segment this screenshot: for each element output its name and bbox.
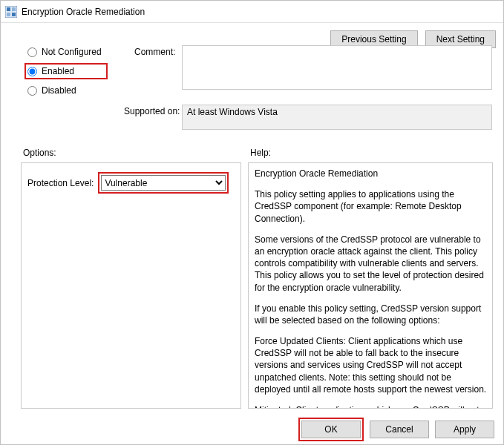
help-paragraph: If you enable this policy setting, CredS… bbox=[255, 303, 489, 326]
radio-disabled[interactable]: Disabled bbox=[27, 85, 102, 96]
options-pane: Protection Level: Vulnerable bbox=[21, 162, 241, 409]
app-icon bbox=[5, 6, 17, 18]
state-radio-group: Not Configured Enabled Disabled bbox=[27, 47, 102, 96]
protection-level-label: Protection Level: bbox=[27, 178, 94, 188]
comment-label: Comment: bbox=[134, 47, 175, 57]
supported-on-value: At least Windows Vista bbox=[182, 105, 492, 130]
svg-rect-3 bbox=[7, 13, 10, 16]
help-paragraph: Mitigated: Client applications which use… bbox=[255, 404, 489, 409]
supported-on-label: Supported on: bbox=[124, 106, 180, 116]
svg-rect-4 bbox=[12, 13, 16, 16]
help-paragraph: Force Updated Clients: Client applicatio… bbox=[255, 335, 489, 395]
protection-level-select[interactable]: Vulnerable bbox=[101, 175, 226, 191]
radio-disabled-input[interactable] bbox=[27, 86, 37, 96]
help-paragraph: This policy setting applies to applicati… bbox=[255, 188, 489, 225]
svg-rect-1 bbox=[7, 7, 10, 11]
svg-rect-2 bbox=[12, 7, 16, 11]
help-label: Help: bbox=[250, 148, 271, 158]
protection-level-row: Protection Level: Vulnerable bbox=[27, 172, 235, 194]
help-paragraph: Some versions of the CredSSP protocol ar… bbox=[255, 234, 489, 294]
radio-not-configured-input[interactable] bbox=[27, 47, 37, 57]
dialog-window: Encryption Oracle Remediation Previous S… bbox=[0, 0, 504, 445]
ok-button[interactable]: OK bbox=[301, 421, 361, 438]
highlight-ok: OK bbox=[298, 418, 364, 441]
supported-on-text: At least Windows Vista bbox=[187, 107, 278, 117]
highlight-enabled: Enabled bbox=[24, 63, 108, 79]
bottom-button-bar: OK Cancel Apply bbox=[1, 415, 503, 444]
radio-enabled[interactable]: Enabled bbox=[27, 66, 102, 76]
radio-enabled-label: Enabled bbox=[42, 66, 74, 76]
titlebar: Encryption Oracle Remediation bbox=[1, 1, 503, 23]
options-label: Options: bbox=[23, 148, 56, 158]
radio-not-configured-label: Not Configured bbox=[42, 47, 102, 57]
radio-not-configured[interactable]: Not Configured bbox=[27, 47, 102, 57]
help-paragraph: Encryption Oracle Remediation bbox=[255, 168, 489, 179]
highlight-protection-select: Vulnerable bbox=[98, 172, 229, 194]
comment-textarea[interactable] bbox=[182, 45, 492, 90]
cancel-button[interactable]: Cancel bbox=[370, 421, 429, 438]
help-pane[interactable]: Encryption Oracle Remediation This polic… bbox=[248, 162, 493, 409]
radio-enabled-input[interactable] bbox=[27, 67, 37, 76]
apply-button[interactable]: Apply bbox=[435, 421, 494, 438]
radio-disabled-label: Disabled bbox=[42, 85, 76, 96]
window-title: Encryption Oracle Remediation bbox=[22, 7, 145, 17]
